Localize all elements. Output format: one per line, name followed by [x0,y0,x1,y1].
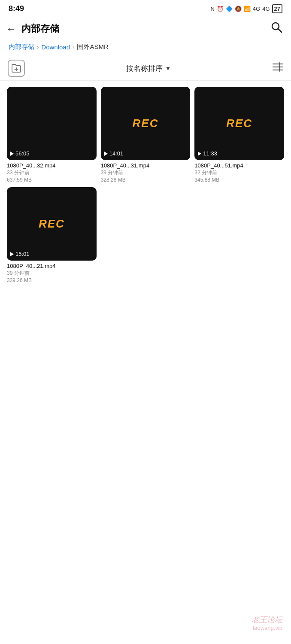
thumbnail-1: 56:05 [7,87,97,160]
wifi-icon: 📶 [244,6,251,12]
watermark-main: 老王论坛 [252,614,282,625]
list-view-button[interactable] [272,62,283,74]
header: ← 内部存储 [0,16,291,41]
file-time-2: 39 分钟前 [101,169,124,176]
play-icon-2 [104,152,108,156]
new-folder-button[interactable] [8,60,25,77]
signal2-icon: 4G [262,6,270,12]
file-size-3: 345.88 MB [194,177,219,183]
play-icon-3 [198,152,201,156]
nfc-icon: N [210,6,214,12]
alarm-icon: ⏰ [217,6,224,12]
play-duration-3: 11:33 [198,150,217,157]
filename-2: 1080P_40...31.mp4 [101,162,191,169]
svg-line-1 [278,29,282,32]
status-time: 8:49 [9,4,24,13]
file-size-4: 339.26 MB [7,277,32,283]
file-grid: 56:05 1080P_40...32.mp4 33 分钟前 637.59 MB… [0,84,291,290]
duration-4: 15:01 [15,251,30,257]
file-time-3: 32 分钟前 [194,169,217,176]
file-time-4: 39 分钟前 [7,270,30,277]
rec-label-2: REC [133,117,159,130]
file-item-2[interactable]: REC 14:01 1080P_40...31.mp4 39 分钟前 328.2… [101,87,191,183]
search-button[interactable] [270,21,282,36]
watermark-sub: laowang.vip [252,625,282,631]
file-item-1[interactable]: 56:05 1080P_40...32.mp4 33 分钟前 637.59 MB [7,87,97,183]
thumbnail-3: REC 11:33 [194,87,284,160]
play-duration-1: 56:05 [10,150,30,157]
filename-3: 1080P_40...51.mp4 [194,162,284,169]
file-size-1: 637.59 MB [7,177,32,183]
page-title: 内部存储 [21,22,59,35]
status-bar: 8:49 N ⏰ 🔷 🔕 📶 4G 4G 27 [0,0,291,16]
filename-1: 1080P_40...32.mp4 [7,162,97,169]
status-icons: N ⏰ 🔷 🔕 📶 4G 4G 27 [210,4,282,13]
file-time-1: 33 分钟前 [7,169,30,176]
rec-label-4: REC [39,217,65,231]
sort-label: 按名称排序 [126,64,163,73]
duration-1: 56:05 [15,150,30,157]
breadcrumb-download[interactable]: Download [41,43,70,51]
thumbnail-2: REC 14:01 [101,87,191,160]
duration-3: 11:33 [203,150,217,157]
breadcrumb: 内部存储 › Download › 国外ASMR [0,41,291,56]
file-item-3[interactable]: REC 11:33 1080P_40...51.mp4 32 分钟前 345.8… [194,87,284,183]
mute-icon: 🔕 [235,6,242,12]
battery-level: 27 [272,4,282,13]
breadcrumb-sep-2: › [73,44,74,50]
breadcrumb-home[interactable]: 内部存储 [9,43,34,51]
play-duration-2: 14:01 [104,150,124,157]
sort-arrow-icon: ▼ [165,65,171,72]
signal1-icon: 4G [253,6,260,12]
breadcrumb-sep-1: › [37,44,39,50]
file-item-4[interactable]: REC 15:01 1080P_40...21.mp4 39 分钟前 339.2… [7,187,97,283]
back-button[interactable]: ← [6,23,16,35]
rec-label-3: REC [226,117,252,130]
play-icon-1 [10,152,14,156]
bluetooth-icon: 🔷 [226,6,233,12]
sort-button[interactable]: 按名称排序 ▼ [126,64,171,73]
breadcrumb-current: 国外ASMR [77,43,108,51]
watermark: 老王论坛 laowang.vip [252,614,282,631]
thumbnail-4: REC 15:01 [7,187,97,261]
header-left: ← 内部存储 [6,22,59,35]
play-duration-4: 15:01 [10,251,30,257]
play-icon-4 [10,252,14,256]
duration-2: 14:01 [109,150,124,157]
file-size-2: 328.28 MB [101,177,126,183]
filename-4: 1080P_40...21.mp4 [7,263,97,269]
toolbar: 按名称排序 ▼ [0,56,291,81]
